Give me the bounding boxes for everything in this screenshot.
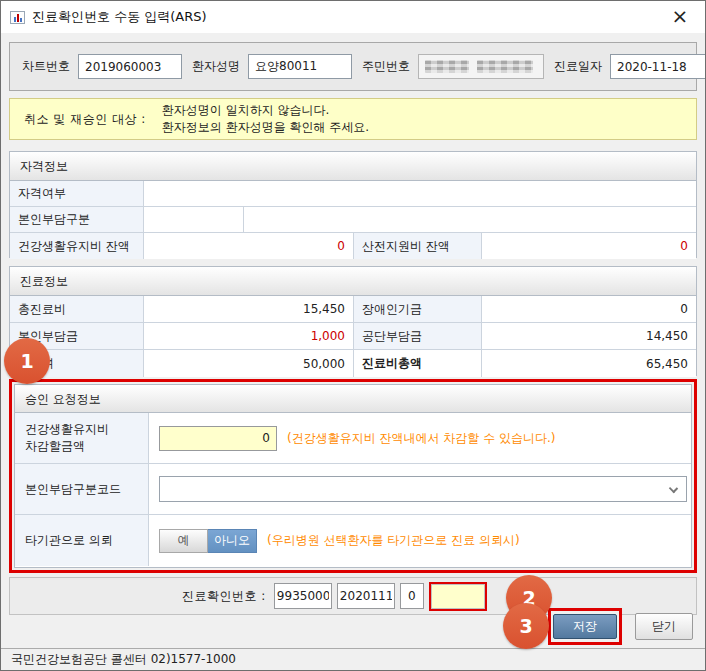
chart-number-label: 차트번호 xyxy=(22,58,70,75)
table-row: 본인부담구분 xyxy=(10,207,696,233)
total-fee-value: 15,450 xyxy=(144,296,354,322)
refer-label: 타기관으로 의뢰 xyxy=(15,515,149,566)
disabled-fund-label: 장애인기금 xyxy=(354,296,482,322)
copay-code-label: 본인부담구분코드 xyxy=(15,464,149,514)
chevron-down-icon xyxy=(669,484,678,493)
table-row: 비급여 50,000 진료비총액 65,450 xyxy=(10,350,696,377)
ars-manual-entry-dialog: 진료확인번호 수동 입력(ARS) × 차트번호 환자성명 주민번호 진료일자 … xyxy=(0,0,706,671)
table-row: 건강생활유지비 차감할금액 (건강생활유지비 잔액내에서 차감할 수 있습니다.… xyxy=(15,413,691,464)
table-row: 자격여부 xyxy=(10,181,696,207)
warning-label: 취소 및 재승인 대상 : xyxy=(24,111,146,128)
treatment-section: 진료정보 총진료비 15,450 장애인기금 0 본인부담금 1,000 공단부… xyxy=(9,266,697,376)
disabled-fund-value: 0 xyxy=(482,296,696,322)
confirm-number-row: 진료확인번호 : xyxy=(182,578,487,614)
copay-code-content xyxy=(149,464,691,514)
window-title: 진료확인번호 수동 입력(ARS) xyxy=(32,8,207,26)
treatment-date-input[interactable] xyxy=(610,54,706,79)
annotation-badge-1: 1 xyxy=(4,338,50,384)
confirm-number-part3[interactable] xyxy=(400,583,424,609)
confirm-number-part1[interactable] xyxy=(274,583,332,609)
corp-share-label: 공단부담금 xyxy=(354,323,482,349)
refer-label-text: 타기관으로 의뢰 xyxy=(25,532,113,549)
rrn-field: 주민번호 xyxy=(362,54,544,79)
refer-hint: (우리병원 선택환자를 타기관으로 진료 의뢰시) xyxy=(267,532,520,549)
refer-toggle: 예 아니오 xyxy=(159,529,257,553)
close-icon[interactable]: × xyxy=(669,5,691,27)
table-row: 본인부담금 1,000 공단부담금 14,450 xyxy=(10,323,696,350)
table-row: 건강생활유지비 잔액 0 산전지원비 잔액 0 xyxy=(10,233,696,259)
approval-section-title: 승인 요청정보 xyxy=(15,385,691,413)
approval-section: 승인 요청정보 건강생활유지비 차감할금액 (건강생활유지비 잔액내에서 차감할… xyxy=(14,384,692,568)
deduct-amount-content: (건강생활유지비 잔액내에서 차감할 수 있습니다.) xyxy=(149,413,691,463)
rrn-masked-block xyxy=(477,60,533,73)
deduct-amount-label: 건강생활유지비 차감할금액 xyxy=(15,413,149,463)
approval-annotation-frame: 승인 요청정보 건강생활유지비 차감할금액 (건강생활유지비 잔액내에서 차감할… xyxy=(9,379,697,573)
confirm-number-part2[interactable] xyxy=(337,583,395,609)
title-bar: 진료확인번호 수동 입력(ARS) × xyxy=(1,1,705,33)
copay-code-label-text: 본인부담구분코드 xyxy=(25,481,121,498)
refer-no-button[interactable]: 아니오 xyxy=(208,529,257,553)
qualification-section: 자격정보 자격여부 본인부담구분 건강생활유지비 잔액 0 산전지원비 잔액 0 xyxy=(9,151,697,258)
deduct-amount-input[interactable] xyxy=(159,426,277,451)
close-button[interactable]: 닫기 xyxy=(635,613,693,640)
refer-yes-button[interactable]: 예 xyxy=(159,529,208,553)
qual-copay-type-value xyxy=(244,207,696,232)
status-bar: 국민건강보험공단 콜센터 02)1577-1000 xyxy=(1,648,705,670)
treatment-section-title: 진료정보 xyxy=(10,267,696,296)
rrn-label: 주민번호 xyxy=(362,58,410,75)
grand-total-value: 65,450 xyxy=(482,350,696,377)
chart-number-field: 차트번호 xyxy=(22,54,182,79)
qual-eligibility-label: 자격여부 xyxy=(10,181,144,206)
qual-eligibility-value xyxy=(144,181,696,206)
warning-message: 환자성명이 일치하지 않습니다. 환자정보의 환자성명을 확인해 주세요. xyxy=(162,102,369,136)
patient-name-label: 환자성명 xyxy=(192,58,240,75)
corp-share-value: 14,450 xyxy=(482,323,696,349)
deduct-amount-label-line1: 건강생활유지비 xyxy=(25,421,109,438)
bar-chart-icon xyxy=(10,11,25,24)
rrn-masked-input[interactable] xyxy=(418,54,544,79)
qual-prenatal-label: 산전지원비 잔액 xyxy=(354,233,482,259)
deduct-amount-hint: (건강생활유지비 잔액내에서 차감할 수 있습니다.) xyxy=(287,430,555,447)
table-row: 본인부담구분코드 xyxy=(15,464,691,515)
treatment-date-label: 진료일자 xyxy=(554,58,602,75)
qual-prenatal-value: 0 xyxy=(482,233,696,259)
patient-name-field: 환자성명 xyxy=(192,54,352,79)
annotation-badge-3: 3 xyxy=(503,603,549,649)
deduct-amount-label-line2: 차감할금액 xyxy=(25,438,85,455)
total-fee-label: 총진료비 xyxy=(10,296,144,322)
qualification-section-title: 자격정보 xyxy=(10,152,696,181)
treatment-date-field: 진료일자 xyxy=(554,54,706,79)
confirm-number-input[interactable] xyxy=(431,584,485,609)
warning-line1: 환자성명이 일치하지 않습니다. xyxy=(162,102,369,119)
qual-health-fund-value: 0 xyxy=(144,233,354,259)
save-button[interactable]: 저장 xyxy=(553,614,617,639)
patient-name-input[interactable] xyxy=(248,54,352,79)
refer-content: 예 아니오 (우리병원 선택환자를 타기관으로 진료 의뢰시) xyxy=(149,515,691,566)
warning-line2: 환자정보의 환자성명을 확인해 주세요. xyxy=(162,119,369,136)
rrn-masked-block xyxy=(425,60,469,73)
patient-info-bar: 차트번호 환자성명 주민번호 진료일자 xyxy=(9,42,697,91)
confirm-number-label: 진료확인번호 : xyxy=(182,588,266,605)
qual-health-fund-label: 건강생활유지비 잔액 xyxy=(10,233,144,259)
warning-banner: 취소 및 재승인 대상 : 환자성명이 일치하지 않습니다. 환자정보의 환자성… xyxy=(9,98,697,140)
table-row: 총진료비 15,450 장애인기금 0 xyxy=(10,296,696,323)
copay-code-select[interactable] xyxy=(159,476,687,502)
qual-copay-type-code xyxy=(144,207,244,232)
save-annotation-frame: 저장 xyxy=(548,608,622,645)
table-row: 타기관으로 의뢰 예 아니오 (우리병원 선택환자를 타기관으로 진료 의뢰시) xyxy=(15,515,691,566)
status-bar-text: 국민건강보험공단 콜센터 02)1577-1000 xyxy=(11,651,236,668)
qual-copay-type-label: 본인부담구분 xyxy=(10,207,144,232)
chart-number-input[interactable] xyxy=(78,54,182,79)
uninsured-value: 50,000 xyxy=(144,350,354,377)
grand-total-label: 진료비총액 xyxy=(354,350,482,377)
confirm-input-annotation-frame xyxy=(429,582,487,611)
copay-value: 1,000 xyxy=(144,323,354,349)
